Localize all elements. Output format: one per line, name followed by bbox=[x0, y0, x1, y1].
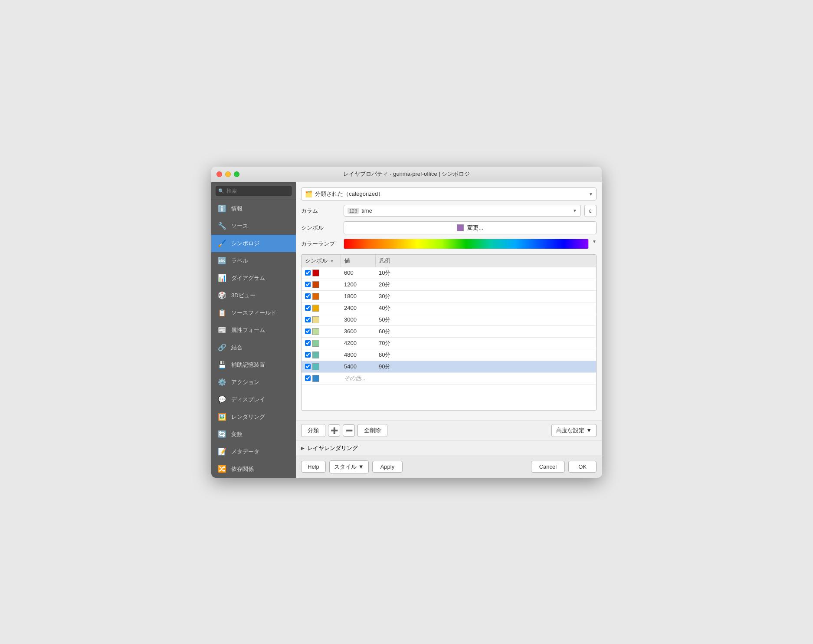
row-checkbox-9[interactable] bbox=[305, 375, 311, 381]
sidebar-label-display: ディスプレイ bbox=[231, 396, 265, 404]
table-row[interactable]: 4200 70分 bbox=[302, 337, 596, 349]
symbol-box[interactable]: 変更... bbox=[344, 221, 597, 234]
sidebar-item-labels[interactable]: 🔤 ラベル bbox=[211, 252, 296, 269]
sidebar-label-diagrams: ダイアグラム bbox=[231, 274, 265, 282]
column-type-badge: 123 bbox=[347, 208, 359, 214]
layer-rendering-label: レイヤレンダリング bbox=[307, 444, 358, 452]
sidebar-item-diagrams[interactable]: 📊 ダイアグラム bbox=[211, 269, 296, 287]
row-checkbox-5[interactable] bbox=[305, 329, 311, 334]
table-body: 600 10分 1200 20分 1800 30分 2400 40分 bbox=[302, 267, 596, 384]
sidebar-icon-display: 💬 bbox=[217, 395, 227, 404]
sidebar-label-auxstorage: 補助記憶装置 bbox=[231, 361, 265, 369]
add-button[interactable]: ➕ bbox=[328, 424, 340, 437]
cell-symbol-3 bbox=[302, 302, 341, 314]
table-row[interactable]: 3000 50分 bbox=[302, 314, 596, 325]
table-row[interactable]: 1200 20分 bbox=[302, 279, 596, 290]
sidebar-icon-labels: 🔤 bbox=[217, 256, 227, 266]
sidebar-label-join: 結合 bbox=[231, 344, 243, 352]
main-inner: 🗂️ 分類された（categorized） ▼ カラム 123 time ▼ bbox=[296, 182, 602, 420]
sidebar-label-attrform: 属性フォーム bbox=[231, 326, 265, 334]
cell-legend-1: 20分 bbox=[375, 279, 596, 290]
row-checkbox-6[interactable] bbox=[305, 340, 311, 346]
cell-legend-7: 80分 bbox=[375, 349, 596, 361]
column-select[interactable]: 123 time ▼ bbox=[344, 205, 581, 217]
sidebar-item-symbology[interactable]: 🖌️ シンボロジ bbox=[211, 235, 296, 252]
color-swatch-0 bbox=[312, 269, 319, 276]
apply-button[interactable]: Apply bbox=[372, 461, 403, 473]
sidebar-item-rendering[interactable]: 🖼️ レンダリング bbox=[211, 408, 296, 426]
remove-button[interactable]: ➖ bbox=[343, 424, 355, 437]
epsilon-button[interactable]: ε bbox=[584, 205, 597, 217]
symbol-change-button[interactable]: 変更... bbox=[467, 224, 483, 232]
row-checkbox-8[interactable] bbox=[305, 364, 311, 369]
minimize-button[interactable] bbox=[225, 171, 231, 177]
table-row[interactable]: 2400 40分 bbox=[302, 302, 596, 314]
sidebar-item-metadata[interactable]: 📝 メタデータ bbox=[211, 443, 296, 460]
sidebar-item-actions[interactable]: ⚙️ アクション bbox=[211, 374, 296, 391]
table-row[interactable]: 4800 80分 bbox=[302, 349, 596, 361]
colorramp-arrow[interactable]: ▼ bbox=[592, 239, 597, 244]
row-checkbox-3[interactable] bbox=[305, 305, 311, 311]
table-row[interactable]: 5400 90分 bbox=[302, 361, 596, 372]
sidebar-label-labels: ラベル bbox=[231, 257, 248, 265]
sidebar-items-list: ℹ️ 情報 🔧 ソース 🖌️ シンボロジ 🔤 ラベル 📊 ダイアグラム 🎲 3D… bbox=[211, 200, 296, 478]
sidebar-label-metadata: メタデータ bbox=[231, 448, 259, 456]
cell-symbol-6 bbox=[302, 337, 341, 349]
table-row[interactable]: 3600 60分 bbox=[302, 325, 596, 337]
sidebar-item-join[interactable]: 🔗 結合 bbox=[211, 339, 296, 356]
ok-button[interactable]: OK bbox=[568, 461, 597, 473]
cell-legend-5: 60分 bbox=[375, 325, 596, 337]
sidebar-label-actions: アクション bbox=[231, 378, 259, 386]
sidebar-label-symbology: シンボロジ bbox=[231, 240, 259, 247]
sidebar-item-3dview[interactable]: 🎲 3Dビュー bbox=[211, 287, 296, 304]
search-input[interactable] bbox=[216, 186, 292, 196]
window-body: 🔍 ℹ️ 情報 🔧 ソース 🖌️ シンボロジ 🔤 ラベル 📊 ダイアグラム 🎲 … bbox=[211, 182, 602, 478]
sidebar-icon-join: 🔗 bbox=[217, 343, 227, 352]
column-value: time bbox=[361, 207, 372, 214]
sidebar-item-source[interactable]: 🔧 ソース bbox=[211, 217, 296, 235]
type-dropdown-value: 分類された（categorized） bbox=[315, 190, 384, 198]
sidebar-item-sourcefields[interactable]: 📋 ソースフィールド bbox=[211, 304, 296, 322]
sidebar-item-info[interactable]: ℹ️ 情報 bbox=[211, 200, 296, 217]
cell-value-4: 3000 bbox=[341, 314, 375, 325]
table-row[interactable]: 1800 30分 bbox=[302, 290, 596, 302]
col-legend: 凡例 bbox=[375, 255, 596, 267]
main-window: レイヤプロパティ - gunma-pref-office | シンボロジ 🔍 ℹ… bbox=[211, 167, 602, 478]
sidebar-label-info: 情報 bbox=[231, 205, 243, 213]
classify-button[interactable]: 分類 bbox=[301, 424, 325, 437]
colorramp-preview[interactable] bbox=[344, 239, 589, 249]
table-row[interactable]: 600 10分 bbox=[302, 267, 596, 279]
row-checkbox-2[interactable] bbox=[305, 293, 311, 299]
sidebar-item-auxstorage[interactable]: 💾 補助記憶装置 bbox=[211, 356, 296, 374]
cell-value-5: 3600 bbox=[341, 325, 375, 337]
cell-symbol-0 bbox=[302, 267, 341, 279]
maximize-button[interactable] bbox=[234, 171, 239, 177]
row-checkbox-0[interactable] bbox=[305, 270, 311, 276]
expand-icon[interactable]: ▶ bbox=[301, 446, 305, 450]
cancel-button[interactable]: Cancel bbox=[531, 461, 565, 473]
cell-value-0: 600 bbox=[341, 267, 375, 279]
search-icon: 🔍 bbox=[218, 188, 224, 194]
bottom-toolbar: 分類 ➕ ➖ 全削除 高度な設定 ▼ bbox=[296, 420, 602, 440]
main-content: 🗂️ 分類された（categorized） ▼ カラム 123 time ▼ bbox=[296, 182, 602, 478]
style-button[interactable]: スタイル ▼ bbox=[329, 460, 369, 473]
cell-legend-9 bbox=[375, 372, 596, 384]
advanced-button[interactable]: 高度な設定 ▼ bbox=[551, 424, 597, 437]
delete-all-button[interactable]: 全削除 bbox=[357, 424, 387, 437]
row-checkbox-1[interactable] bbox=[305, 282, 311, 287]
close-button[interactable] bbox=[216, 171, 222, 177]
row-checkbox-4[interactable] bbox=[305, 317, 311, 322]
sidebar-item-variables[interactable]: 🔄 変数 bbox=[211, 426, 296, 443]
cell-symbol-5 bbox=[302, 325, 341, 337]
search-wrap: 🔍 bbox=[216, 186, 292, 196]
sidebar-item-attrform[interactable]: 📰 属性フォーム bbox=[211, 322, 296, 339]
cell-value-6: 4200 bbox=[341, 337, 375, 349]
row-checkbox-7[interactable] bbox=[305, 352, 311, 358]
sidebar-item-display[interactable]: 💬 ディスプレイ bbox=[211, 391, 296, 408]
type-dropdown[interactable]: 🗂️ 分類された（categorized） bbox=[301, 187, 597, 200]
help-button[interactable]: Help bbox=[301, 461, 326, 473]
sidebar-icon-actions: ⚙️ bbox=[217, 378, 227, 387]
color-swatch-4 bbox=[312, 316, 319, 323]
table-row[interactable]: その他... bbox=[302, 372, 596, 384]
sidebar-item-dependencies[interactable]: 🔀 依存関係 bbox=[211, 460, 296, 478]
